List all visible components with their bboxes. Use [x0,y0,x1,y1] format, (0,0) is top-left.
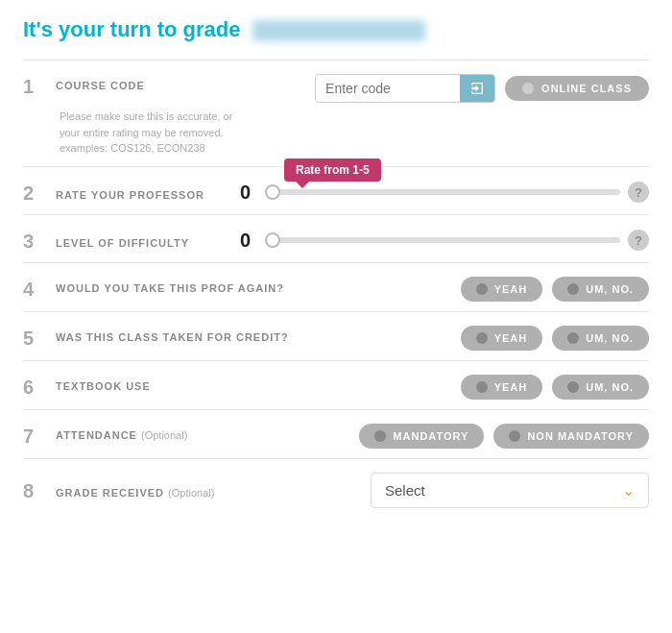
credit-yeah-label: YEAH [494,332,528,344]
section-take-again: 4 WOULD YOU TAKE THIS PROF AGAIN? YEAH U… [23,262,649,311]
rate-professor-content: 0 Rate from 1-5 ? [240,182,649,204]
grade-label-text: GRADE RECEIVED [56,487,164,499]
grade-optional: (Optional) [168,487,214,499]
difficulty-value: 0 [240,230,257,252]
section-label-3: LEVEL OF DIFFICULTY [48,231,240,249]
textbook-no-label: UM, NO. [586,381,634,393]
credit-content: YEAH UM, NO. [289,326,649,351]
credit-no-label: UM, NO. [586,332,634,344]
textbook-yeah-label: YEAH [494,381,528,393]
attendance-non-mandatory-button[interactable]: NON MANDATORY [493,424,649,449]
difficulty-content: 0 ? [240,230,649,252]
take-again-content: YEAH UM, NO. [284,277,649,302]
grade-select-arrow-icon: ⌄ [622,481,635,499]
grade-select-dropdown[interactable]: Select ⌄ [371,473,649,508]
section-number-4: 4 [23,277,48,301]
enter-icon [469,81,485,96]
section-number-3: 3 [23,229,48,253]
take-again-yeah-radio [476,283,488,295]
credit-yeah-radio [476,332,488,344]
section-number-8: 8 [23,478,48,502]
attendance-label-text: ATTENDANCE [56,429,137,441]
attendance-optional: (Optional) [141,429,187,441]
section-credit: 5 WAS THIS CLASS TAKEN FOR CREDIT? YEAH … [23,311,649,360]
page-title: It's your turn to grade [23,17,649,42]
attendance-mandatory-label: MANDATORY [393,430,468,442]
section-label-2: RATE YOUR PROFESSOR [48,183,240,201]
section-number-1: 1 [23,74,48,98]
section-course-code: 1 COURSE CODE ONLINE CLASS Please [23,60,649,166]
section-number-6: 6 [23,375,48,399]
rate-professor-value: 0 [240,182,257,204]
textbook-yeah-button[interactable]: YEAH [461,375,543,400]
difficulty-slider-track[interactable] [265,237,620,243]
difficulty-slider-wrapper [265,237,620,243]
rate-tooltip: Rate from 1-5 [284,158,381,182]
attendance-non-mandatory-radio [509,430,520,442]
textbook-content: YEAH UM, NO. [240,375,649,400]
title-text: It's your turn to grade [23,17,240,41]
online-class-button[interactable]: ONLINE CLASS [505,76,649,101]
difficulty-help-icon[interactable]: ? [628,230,649,251]
section-label-5: WAS THIS CLASS TAKEN FOR CREDIT? [48,326,289,343]
rate-professor-slider-track[interactable] [265,189,620,195]
rate-professor-slider-wrapper: Rate from 1-5 [265,189,620,195]
page-container: It's your turn to grade 1 COURSE CODE [0,0,672,633]
take-again-no-radio [567,283,579,295]
grade-select-label: Select [385,482,425,499]
textbook-yeah-radio [476,381,488,393]
section-label-1: COURSE CODE [48,74,240,91]
course-code-note: Please make sure this is accurate, or yo… [56,109,649,166]
take-again-yeah-label: YEAH [494,283,528,295]
difficulty-slider-thumb[interactable] [265,232,280,248]
textbook-no-radio [567,381,579,393]
take-again-no-label: UM, NO. [586,283,634,295]
section-number-5: 5 [23,326,48,350]
course-code-input[interactable] [316,75,460,102]
section-attendance: 7 ATTENDANCE (Optional) MANDATORY NON MA… [23,409,649,458]
attendance-mandatory-button[interactable]: MANDATORY [359,424,484,449]
section-label-7: ATTENDANCE (Optional) [48,424,240,441]
attendance-non-mandatory-label: NON MANDATORY [527,430,634,442]
professor-name-blurred [252,20,425,41]
section-textbook: 6 TEXTBOOK USE YEAH UM, NO. [23,360,649,409]
textbook-no-button[interactable]: UM, NO. [552,375,649,400]
course-code-controls: ONLINE CLASS [240,74,649,103]
online-class-label: ONLINE CLASS [541,83,632,94]
section-grade: 8 GRADE RECEIVED (Optional) Select ⌄ [23,458,649,518]
rate-professor-help-icon[interactable]: ? [628,182,649,203]
section-rate-professor: 2 RATE YOUR PROFESSOR 0 Rate from 1-5 ? [23,166,649,214]
attendance-mandatory-radio [374,430,386,442]
section-number-7: 7 [23,424,48,448]
section-label-8: GRADE RECEIVED (Optional) [48,481,240,499]
section-difficulty: 3 LEVEL OF DIFFICULTY 0 ? [23,214,649,262]
credit-yeah-button[interactable]: YEAH [461,326,543,351]
section-number-2: 2 [23,181,48,205]
section-label-4: WOULD YOU TAKE THIS PROF AGAIN? [48,277,284,294]
take-again-no-button[interactable]: UM, NO. [552,277,649,302]
credit-no-radio [567,332,579,344]
code-input-wrapper [315,74,495,103]
section-label-6: TEXTBOOK USE [48,375,240,392]
rate-professor-slider-thumb[interactable] [265,184,280,200]
grade-content: Select ⌄ [240,473,649,508]
online-class-radio [522,83,534,94]
take-again-yeah-button[interactable]: YEAH [461,277,543,302]
attendance-content: MANDATORY NON MANDATORY [240,424,649,449]
code-submit-button[interactable] [460,75,494,102]
credit-no-button[interactable]: UM, NO. [552,326,649,351]
